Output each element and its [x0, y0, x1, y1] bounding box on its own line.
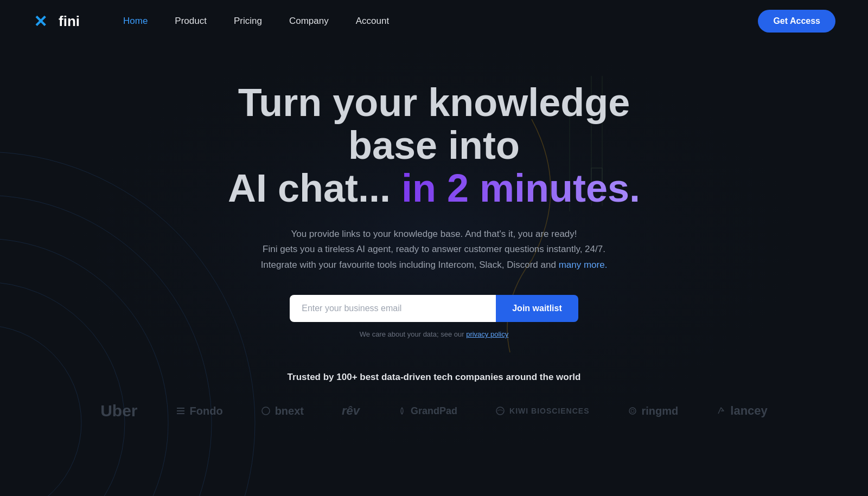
main-content: Turn your knowledge base into AI chat...…	[0, 0, 868, 496]
bnext-icon	[261, 406, 271, 416]
privacy-note: We care about your data; see our privacy…	[360, 330, 508, 338]
logo-icon: ✕	[33, 10, 55, 33]
ringmd-icon	[628, 406, 637, 416]
company-logo-grandpad: GrandPad	[398, 405, 457, 417]
get-access-button[interactable]: Get Access	[758, 10, 835, 33]
kiwi-text: KIWI BIOSCIENCES	[509, 407, 589, 415]
company-logo-fondo: Fondo	[176, 405, 223, 417]
svg-point-15	[629, 408, 636, 414]
fondo-icon	[176, 406, 186, 416]
nav-link-pricing[interactable]: Pricing	[234, 16, 262, 27]
hero-desc-line1: You provide links to your knowledge base…	[291, 229, 577, 239]
company-logo-rev: rêv	[342, 404, 360, 418]
email-input[interactable]	[290, 295, 496, 322]
join-waitlist-button[interactable]: Join waitlist	[496, 295, 578, 322]
hero-title-line2: AI chat...	[228, 166, 391, 210]
hero-title-highlight: in 2 minutes.	[401, 166, 640, 210]
email-form: Join waitlist	[290, 295, 578, 322]
lancey-text: lancey	[730, 404, 768, 418]
lancey-icon	[716, 406, 726, 416]
fondo-text: Fondo	[190, 405, 223, 417]
grandpad-text: GrandPad	[411, 405, 457, 417]
nav-link-account[interactable]: Account	[356, 16, 389, 27]
svg-text:✕: ✕	[34, 12, 47, 30]
privacy-link[interactable]: privacy policy	[466, 330, 508, 338]
bnext-text: bnext	[275, 405, 304, 417]
hero-desc-line2: Fini gets you a tireless AI agent, ready…	[263, 244, 605, 254]
company-logo-bnext: bnext	[261, 405, 304, 417]
uber-text: Uber	[100, 402, 137, 420]
company-logo-lancey: lancey	[716, 404, 768, 418]
company-logos: Uber Fondo bnext rêv	[0, 402, 868, 420]
hero-description: You provide links to your knowledge base…	[261, 227, 608, 274]
company-logo-kiwi: KIWI BIOSCIENCES	[495, 406, 589, 416]
privacy-text: We care about your data; see our	[360, 330, 464, 338]
navigation: ✕ fini Home Product Pricing Company Acco…	[0, 0, 868, 42]
logo-text: fini	[59, 13, 80, 30]
nav-link-company[interactable]: Company	[289, 16, 329, 27]
trusted-section: Trusted by 100+ best data-driven tech co…	[0, 372, 868, 420]
company-logo-uber: Uber	[100, 402, 137, 420]
nav-links: Home Product Pricing Company Account	[123, 16, 758, 27]
ringmd-text: ringmd	[642, 405, 679, 417]
logo[interactable]: ✕ fini	[33, 10, 80, 33]
rev-text: rêv	[342, 404, 360, 418]
company-logo-ringmd: ringmd	[628, 405, 679, 417]
svg-point-16	[631, 409, 634, 413]
trusted-label: Trusted by 100+ best data-driven tech co…	[0, 372, 868, 383]
grandpad-icon	[398, 407, 406, 415]
kiwi-icon	[495, 406, 505, 416]
nav-link-home[interactable]: Home	[123, 16, 148, 27]
hero-title: Turn your knowledge base into AI chat...…	[190, 81, 678, 210]
hero-title-line1: Turn your knowledge base into	[238, 81, 630, 167]
hero-desc-link[interactable]: many more.	[559, 260, 608, 270]
hero-desc-line3: Integrate with your favourite tools incl…	[261, 260, 556, 270]
nav-link-product[interactable]: Product	[175, 16, 207, 27]
